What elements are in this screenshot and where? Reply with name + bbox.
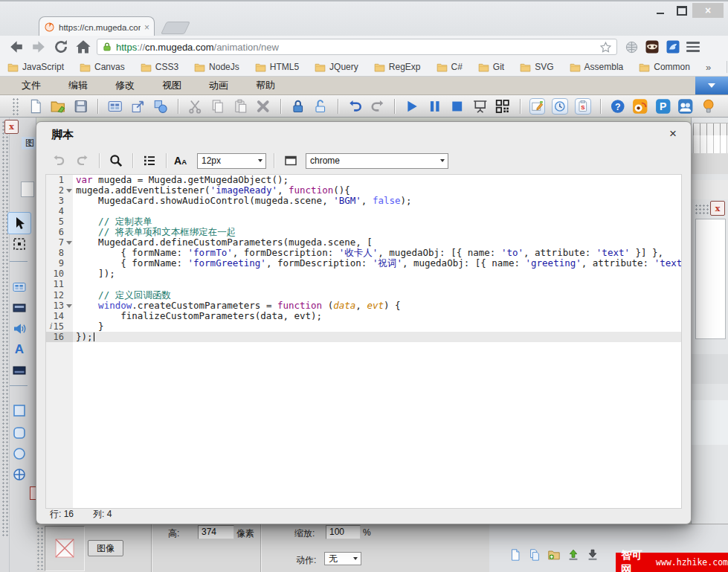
code-line-11[interactable]: [76, 279, 681, 289]
pause-icon[interactable]: [427, 98, 442, 115]
close-window-button[interactable]: ×: [692, 3, 724, 18]
bookmark-star-icon[interactable]: [599, 41, 612, 54]
fold-arrow-icon[interactable]: [66, 189, 72, 193]
panel-dark-tool[interactable]: [10, 299, 28, 317]
gutter-line-10[interactable]: 10: [46, 269, 73, 279]
code-line-1[interactable]: var mugeda = Mugeda.getMugedaObject();: [76, 175, 681, 185]
tab-close-icon[interactable]: ×: [144, 23, 149, 32]
media-tool[interactable]: [10, 361, 28, 379]
gutter-line-16[interactable]: 16: [46, 332, 73, 342]
collapse-toolbar-button[interactable]: [695, 77, 728, 94]
dialog-close-button[interactable]: ×: [666, 126, 680, 141]
gutter-line-15[interactable]: i15: [46, 321, 73, 332]
timeline-drag-handle[interactable]: [695, 204, 711, 214]
new-file-icon[interactable]: [28, 98, 43, 115]
url-text[interactable]: https://cn.mugeda.com/animation/new: [116, 42, 596, 53]
copy-icon[interactable]: [210, 98, 225, 115]
gutter-line-12[interactable]: 12: [46, 290, 73, 301]
code-line-16[interactable]: });: [73, 332, 681, 342]
code-line-13[interactable]: window.createCustomParameters = function…: [76, 301, 681, 311]
bookmark-regexp[interactable]: RegExp: [374, 62, 421, 72]
menu-帮助[interactable]: 帮助: [256, 79, 275, 92]
code-line-6[interactable]: // 将表单项和文本框绑定在一起: [76, 227, 681, 237]
page-copy-icon[interactable]: [528, 548, 541, 562]
cut-icon[interactable]: [187, 98, 203, 115]
crosshair-tool[interactable]: [10, 466, 28, 483]
stop-icon[interactable]: [449, 98, 465, 115]
code-line-8[interactable]: { formName: 'formTo', formDescription: '…: [76, 248, 681, 258]
paste-icon[interactable]: [233, 98, 248, 115]
upload-icon[interactable]: [567, 548, 580, 562]
bookmark-html5[interactable]: HTML5: [255, 62, 299, 72]
pengyou-icon[interactable]: P: [655, 98, 671, 115]
bookmark-svg[interactable]: SVG: [520, 62, 553, 72]
gutter-line-5[interactable]: 5: [46, 216, 73, 227]
code-editor[interactable]: 1234567891011121314i1516 var mugeda = Mu…: [45, 174, 682, 509]
bird-extension-icon[interactable]: [666, 39, 680, 54]
reload-button[interactable]: [52, 38, 70, 56]
download-icon[interactable]: [586, 548, 599, 562]
grid-small-tool[interactable]: [10, 278, 28, 296]
gutter-line-1[interactable]: 1: [46, 175, 73, 185]
fold-arrow-icon[interactable]: [66, 241, 72, 245]
code-line-15[interactable]: }: [76, 321, 681, 332]
forward-button[interactable]: [30, 38, 48, 56]
help-icon[interactable]: ?: [610, 98, 625, 115]
text-a-tool[interactable]: A: [10, 341, 28, 359]
shape-circle-tool[interactable]: [10, 445, 28, 463]
editor-redo-button[interactable]: [74, 152, 91, 170]
note-edit-icon[interactable]: [529, 98, 546, 115]
lock-icon[interactable]: [290, 98, 306, 115]
grid-panel-icon[interactable]: [107, 98, 123, 115]
new-tab-button[interactable]: [161, 22, 190, 34]
gutter-line-4[interactable]: 4: [46, 206, 73, 216]
browser-tab[interactable]: https://cn.mugeda.com/a ×: [39, 16, 155, 37]
gutter-line-13[interactable]: 13: [46, 301, 73, 311]
minimize-button[interactable]: [649, 3, 671, 18]
page-thumbnail[interactable]: [21, 181, 34, 197]
bookmark-javascript[interactable]: JavaScript: [7, 62, 64, 72]
open-folder-icon[interactable]: [50, 98, 65, 115]
action-select[interactable]: 无: [324, 552, 361, 565]
clock-icon[interactable]: [552, 98, 568, 115]
sidebar-drag-handle[interactable]: [1, 120, 8, 537]
undo-icon[interactable]: [347, 98, 363, 115]
timeline-ruler[interactable]: [693, 123, 728, 136]
code-line-2[interactable]: mugeda.addEventListener('imageReady', fu…: [76, 185, 681, 196]
gutter-line-11[interactable]: 11: [46, 279, 73, 289]
panel-close-button[interactable]: x: [4, 120, 19, 134]
code-line-4[interactable]: [76, 206, 681, 216]
code-line-7[interactable]: MugedaCard.defineCustomParameters(mugeda…: [76, 237, 681, 248]
menu-视图[interactable]: 视图: [162, 79, 181, 92]
gutter-line-7[interactable]: 7: [46, 237, 73, 248]
export-icon[interactable]: [130, 98, 146, 115]
present-icon[interactable]: [472, 98, 488, 115]
shapes-icon[interactable]: [152, 98, 168, 115]
font-size-select[interactable]: 12px: [197, 153, 266, 169]
bookmark-git[interactable]: Git: [478, 62, 504, 72]
code-line-12[interactable]: // 定义回调函数: [76, 290, 681, 301]
gutter-line-14[interactable]: 14: [46, 311, 73, 321]
browser-menu-icon[interactable]: [686, 42, 700, 52]
delete-icon[interactable]: [255, 98, 271, 115]
gutter-line-6[interactable]: 6: [46, 227, 73, 237]
folder-add-icon[interactable]: [547, 548, 561, 562]
speaker-tool[interactable]: [10, 320, 28, 338]
weibo-icon[interactable]: [632, 98, 648, 115]
qq-group-icon[interactable]: [677, 98, 693, 115]
menu-动画[interactable]: 动画: [209, 79, 228, 92]
zoom-input[interactable]: 100: [326, 525, 361, 539]
search-button[interactable]: [107, 152, 125, 170]
image-button[interactable]: 图像: [88, 540, 123, 556]
address-bar[interactable]: https://cn.mugeda.com/animation/new: [97, 39, 617, 55]
globe-extension-icon[interactable]: [625, 40, 639, 54]
code-line-14[interactable]: finalizeCustomParameters(data, evt);: [76, 311, 681, 321]
unlock-icon[interactable]: [312, 98, 328, 115]
fold-arrow-icon[interactable]: [66, 304, 72, 308]
menu-修改[interactable]: 修改: [115, 79, 135, 92]
gutter-line-9[interactable]: 9: [46, 258, 73, 269]
home-button[interactable]: [74, 38, 92, 56]
editor-undo-button[interactable]: [50, 152, 68, 170]
qrcode-icon[interactable]: [495, 98, 510, 115]
gutter-line-2[interactable]: 2: [46, 185, 73, 196]
